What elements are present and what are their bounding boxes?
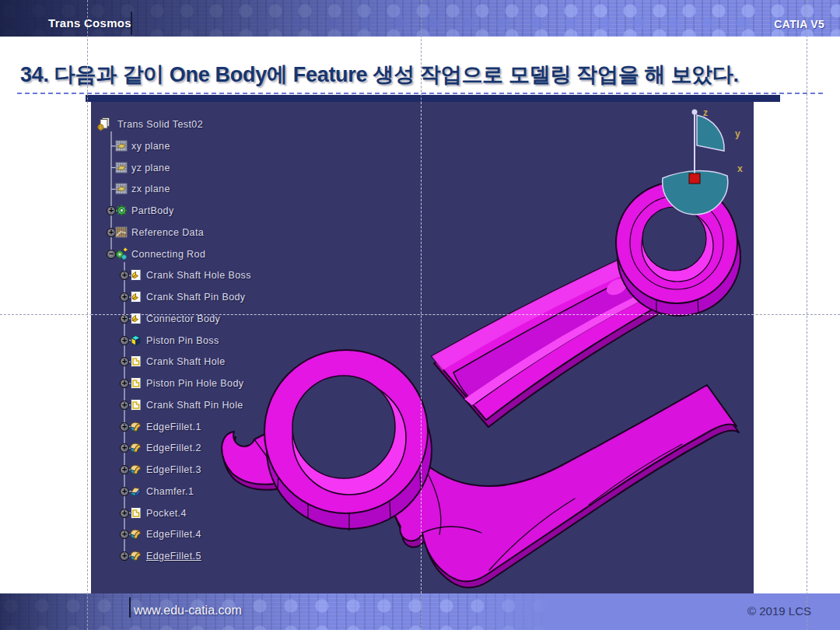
slide: Trans Cosmos CATIA V5 34. 다음과 같이 One Bod… [0,0,840,630]
tree-item-edgefillet-3[interactable]: +EdgeFillet.3 [91,461,340,478]
tree-item-connector-body[interactable]: +Connector Body [91,310,340,327]
pocket-icon [129,355,142,368]
fillet-icon [129,527,142,541]
expand-toggle[interactable]: + [120,314,129,324]
tree-item-crank-shaft-hole[interactable]: +Crank Shaft Hole [91,353,340,370]
tree-item-edgefillet-1[interactable]: +EdgeFillet.1 [91,418,340,436]
tree-item-edgefillet-2[interactable]: +EdgeFillet.2 [91,439,340,457]
tree-item-label: Piston Pin Hole Body [146,375,243,392]
tree-item-label: EdgeFillet.4 [146,526,201,543]
compass-x-label: x [737,163,743,174]
tree-item-label: Pocket.4 [146,505,187,522]
pad-icon [129,290,142,303]
guide-horizontal-center-viewport [91,314,754,315]
tree-item-label: Crank Shaft Hole [146,353,226,370]
fillet-icon [129,441,142,454]
brand-label: Trans Cosmos [48,16,131,30]
expand-toggle[interactable]: + [120,379,129,388]
tree-item-label: EdgeFillet.1 [146,418,201,436]
partbody-icon [115,204,128,217]
expand-toggle[interactable]: + [120,465,129,474]
tree-item-label: xy plane [131,138,170,155]
tree-item-partbody[interactable]: +PartBody [91,202,340,219]
tree-item-piston-pin-hole-body[interactable]: +Piston Pin Hole Body [91,375,340,392]
expand-toggle[interactable]: + [120,357,129,366]
app-label: CATIA V5 [774,18,824,30]
pocket-icon [129,376,142,390]
tree-item-edgefillet-5[interactable]: +EdgeFillet.5 [91,548,340,565]
expand-toggle[interactable]: + [120,530,129,539]
compass-base[interactable] [689,173,700,184]
plane-icon [115,161,128,174]
website-label: www.edu-catia.com [134,604,242,618]
guide-vertical-right [807,0,807,630]
tree-item-connecting-rod[interactable]: −Connecting Rod [91,246,340,263]
footer-banner: www.edu-catia.com © 2019 LCS [0,593,840,630]
fillet-icon [129,549,142,562]
tree-item-label: EdgeFillet.2 [146,439,201,457]
expand-toggle[interactable]: + [120,336,129,345]
body-icon [115,247,128,261]
tree-item-label: Crank Shaft Pin Body [146,289,246,306]
tree-item-pocket-4[interactable]: +Pocket.4 [91,505,340,522]
expand-toggle[interactable]: + [120,443,129,453]
plane-icon [115,139,128,152]
guide-vertical-left [87,0,88,630]
title-underline-dashed [17,93,823,94]
fillet-icon [129,463,142,476]
tree-item-edgefillet-4[interactable]: +EdgeFillet.4 [91,526,340,543]
tree-item-chamfer-1[interactable]: +Chamfer.1 [91,483,340,500]
tree-item-label: Connecting Rod [131,246,205,263]
fillet-icon [129,420,142,433]
compass-y-label: y [735,128,740,139]
tree-item-xy-plane[interactable]: xy plane [91,138,340,155]
tree-item-label: Chamfer.1 [146,483,194,500]
tree-item-label: yz plane [131,159,170,177]
expand-toggle[interactable]: + [120,487,129,496]
tree-item-crank-shaft-hole-boss[interactable]: +Crank Shaft Hole Boss [91,267,340,284]
catia-viewport[interactable]: z y x Trans Solid Test02xy planeyz plane… [91,102,754,593]
slide-title: 34. 다음과 같이 One Body에 Feature 생성 작업으로 모델링… [20,61,739,89]
boss-icon [129,334,142,347]
feature-tree: Trans Solid Test02xy planeyz planezx pla… [91,102,348,593]
plane-icon [115,182,128,195]
tree-item-piston-pin-boss[interactable]: +Piston Pin Boss [91,332,340,349]
part-icon [97,117,110,131]
tree-item-crank-shaft-pin-body[interactable]: +Crank Shaft Pin Body [91,289,340,306]
tree-item-reference-data[interactable]: +Reference Data [91,224,340,241]
footer-divider [129,597,131,618]
tree-item-label: PartBody [131,202,174,219]
expand-toggle[interactable]: + [120,401,129,410]
tree-item-label: Crank Shaft Pin Hole [146,397,243,414]
copyright-label: © 2019 LCS [747,604,811,618]
refdata-icon [115,226,128,239]
tree-item-label: zx plane [131,180,170,198]
pocket-icon [129,398,142,411]
expand-toggle[interactable]: + [120,422,129,432]
guide-vertical-center-viewport [421,102,422,593]
tree-item-label: Trans Solid Test02 [117,116,203,133]
expand-toggle[interactable]: + [120,509,129,518]
tree-item-label: Piston Pin Boss [146,332,219,349]
tree-item-label: EdgeFillet.3 [146,461,201,478]
tree-item-yz-plane[interactable]: yz plane [91,159,340,177]
tree-item-zx-plane[interactable]: zx plane [91,180,340,198]
compass-handle[interactable] [692,110,698,115]
tree-item-trans-solid-test02[interactable]: Trans Solid Test02 [91,116,340,133]
title-underline-bar [86,95,780,102]
tree-item-label: Reference Data [131,224,204,241]
tree-item-label: Connector Body [146,310,220,327]
expand-toggle[interactable]: + [120,292,129,302]
tree-item-label: Crank Shaft Hole Boss [146,267,251,284]
compass[interactable]: z y x [663,107,743,215]
compass-z-label: z [703,107,708,118]
pad-icon [129,268,142,282]
header-banner: Trans Cosmos CATIA V5 [0,0,840,37]
expand-toggle[interactable]: + [120,271,129,280]
tree-item-crank-shaft-pin-hole[interactable]: +Crank Shaft Pin Hole [91,397,340,414]
pocket-icon [129,506,142,520]
tree-item-label: EdgeFillet.5 [146,548,201,565]
expand-toggle[interactable]: + [120,551,129,561]
footer-texture [0,593,840,630]
chamfer-icon [129,485,142,498]
